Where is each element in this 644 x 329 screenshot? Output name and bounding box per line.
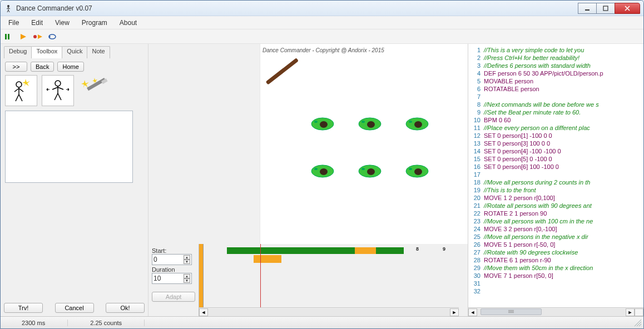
- svg-rect-1: [585, 9, 589, 11]
- dancer-icon[interactable]: [310, 116, 335, 132]
- playhead[interactable]: [260, 244, 261, 316]
- duration-value: 10: [153, 275, 161, 282]
- svg-rect-3: [5, 34, 7, 39]
- start-value: 0: [153, 256, 157, 263]
- menu-file[interactable]: File: [8, 19, 19, 27]
- left-panel: Debug Toolbox Quick Note >> Back Home: [1, 44, 148, 316]
- dancer-icon[interactable]: [358, 163, 382, 179]
- code-scroll-right-icon[interactable]: ►: [626, 308, 635, 316]
- timeline-clip-green-1[interactable]: [227, 247, 355, 254]
- cancel-button[interactable]: Cancel: [55, 303, 94, 313]
- duration-spin-down[interactable]: ▼: [184, 278, 190, 283]
- try-button[interactable]: Trv!: [4, 303, 43, 313]
- svg-point-0: [7, 5, 9, 7]
- timeline-controls: Start: 0▲▼ Duration 10▲▼ Adapt: [148, 244, 199, 316]
- code-scroll-left-icon[interactable]: ◄: [468, 308, 477, 316]
- svg-point-34: [409, 168, 412, 170]
- duration-input[interactable]: 10▲▼: [152, 273, 192, 284]
- record-play-icon[interactable]: [33, 32, 43, 42]
- svg-point-11: [55, 81, 61, 86]
- duration-spin-up[interactable]: ▲: [184, 274, 190, 278]
- start-spin-down[interactable]: ▼: [184, 260, 190, 264]
- menubar: File Edit View Program About: [1, 16, 643, 29]
- code-scroll-track[interactable]: [477, 308, 626, 316]
- dancer-icon[interactable]: [405, 163, 429, 179]
- status-time: 2300 ms: [5, 320, 68, 326]
- maximize-button[interactable]: [596, 3, 615, 14]
- svg-point-18: [320, 121, 328, 128]
- menu-program[interactable]: Program: [82, 19, 107, 27]
- adapt-button[interactable]: Adapt: [152, 292, 195, 302]
- start-spin-up[interactable]: ▲: [184, 255, 190, 260]
- svg-point-27: [320, 168, 328, 175]
- toolbar: [1, 29, 643, 44]
- code-editor[interactable]: 1 2 3 4 5 6 7 8 9 10 11 12 13 14 15 16 1…: [468, 44, 643, 307]
- svg-point-22: [361, 121, 365, 123]
- timeline-gutter: [199, 244, 204, 316]
- svg-point-19: [314, 121, 318, 123]
- timeline-tick: 9: [443, 246, 445, 252]
- scroll-track[interactable]: [208, 308, 450, 316]
- palette-stickman-arrows-icon[interactable]: [42, 75, 74, 106]
- menu-edit[interactable]: Edit: [31, 19, 43, 27]
- timeline-scrollbar[interactable]: ◄ ►: [199, 307, 459, 316]
- timeline-tick: 8: [416, 246, 419, 252]
- timeline-clip-green-2[interactable]: [376, 247, 404, 254]
- statusbar: 2300 ms 2.25 counts: [1, 316, 643, 328]
- code-scroll-thumb[interactable]: [480, 308, 542, 315]
- ok-button[interactable]: Ok!: [106, 303, 145, 313]
- play-icon[interactable]: [18, 32, 28, 42]
- start-input[interactable]: 0▲▼: [152, 254, 192, 265]
- back-button[interactable]: Back: [31, 62, 54, 72]
- svg-marker-5: [21, 34, 26, 39]
- close-button[interactable]: [615, 3, 640, 14]
- toolbox-textarea[interactable]: [5, 111, 133, 183]
- start-label: Start:: [152, 247, 195, 254]
- code-panel: 1 2 3 4 5 6 7 8 9 10 11 12 13 14 15 16 1…: [468, 44, 643, 316]
- timeline[interactable]: 123456789 ◄ ►: [199, 244, 468, 316]
- svg-point-21: [367, 121, 375, 128]
- tab-toolbox[interactable]: Toolbox: [31, 46, 62, 58]
- svg-point-6: [33, 35, 37, 38]
- status-counts: 2.25 counts: [68, 320, 145, 326]
- svg-rect-2: [603, 6, 608, 11]
- app-window: Dance Commander v0.07 File Edit View Pro…: [0, 0, 644, 329]
- stage-canvas[interactable]: Dance Commander - Copyright @ Andorix - …: [260, 44, 468, 244]
- svg-point-10: [16, 82, 22, 87]
- minimize-button[interactable]: [578, 3, 597, 14]
- scroll-left-icon[interactable]: ◄: [199, 308, 208, 316]
- dancer-icon[interactable]: [310, 163, 335, 179]
- loop-icon[interactable]: [47, 32, 57, 42]
- tab-quick[interactable]: Quick: [62, 46, 87, 58]
- scroll-corner: [635, 308, 643, 316]
- svg-point-30: [367, 168, 375, 175]
- timeline-clip-orange-2[interactable]: [254, 255, 281, 263]
- svg-marker-9: [22, 79, 30, 87]
- forward-button[interactable]: >>: [5, 62, 27, 72]
- titlebar[interactable]: Dance Commander v0.07: [1, 1, 643, 16]
- resize-grip-icon[interactable]: [634, 319, 642, 327]
- home-button[interactable]: Home: [57, 62, 83, 72]
- palette-wand-icon[interactable]: [78, 75, 111, 106]
- svg-marker-12: [81, 80, 89, 88]
- duration-label: Duration: [152, 266, 195, 273]
- svg-point-28: [314, 168, 318, 170]
- palette-stickman-spark-icon[interactable]: [5, 75, 37, 106]
- svg-point-31: [361, 168, 365, 170]
- timeline-clip-orange-1[interactable]: [355, 247, 376, 254]
- line-numbers: 1 2 3 4 5 6 7 8 9 10 11 12 13 14 15 16 1…: [468, 46, 484, 307]
- code-body[interactable]: //This is a very simple code to let you …: [484, 46, 603, 307]
- tab-note[interactable]: Note: [87, 46, 110, 58]
- baton-icon: [264, 53, 303, 92]
- scroll-right-icon[interactable]: ►: [450, 308, 459, 316]
- tab-debug[interactable]: Debug: [4, 46, 32, 58]
- code-scrollbar[interactable]: ◄ ►: [468, 307, 643, 316]
- dancer-icon[interactable]: [405, 116, 429, 132]
- menu-about[interactable]: About: [120, 19, 137, 27]
- dancer-icon[interactable]: [358, 116, 382, 132]
- svg-marker-7: [38, 34, 42, 39]
- play-pause-icon[interactable]: [4, 32, 14, 42]
- menu-view[interactable]: View: [55, 19, 70, 27]
- svg-point-25: [409, 121, 412, 123]
- app-icon: [4, 4, 13, 13]
